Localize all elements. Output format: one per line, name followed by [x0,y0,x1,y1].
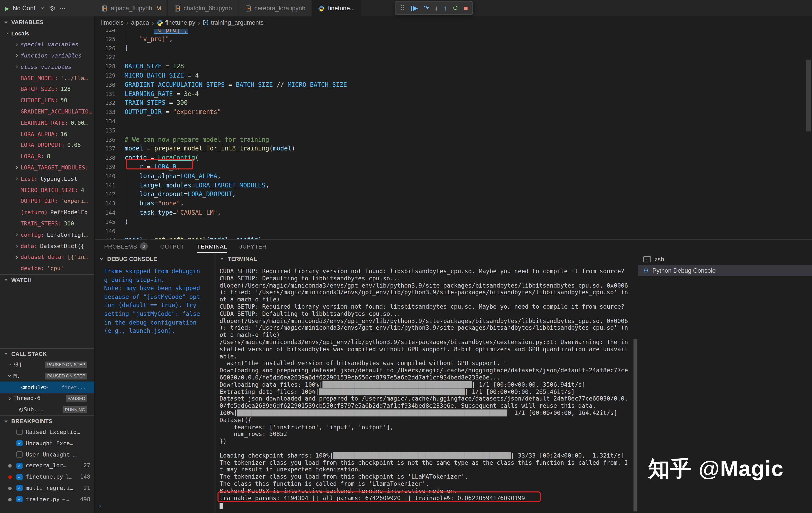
variable-row-learning-rate[interactable]: LEARNING_RATE:0.00… [0,117,94,129]
variable-row-lora-alpha[interactable]: LORA_ALPHA:16 [0,128,94,140]
debug-console-prompt[interactable]: › [99,502,102,510]
variable-row-batch-size[interactable]: BATCH_SIZE:128 [0,84,94,95]
variables-scope-locals[interactable]: › Locals [0,28,94,39]
breadcrumb-item-training-arguments[interactable]: training_arguments [203,19,263,26]
tab-chatglm-6b-ipynb[interactable]: chatglm_6b.ipynb [168,0,238,17]
panel-tab-problems[interactable]: PROBLEMS2 [104,240,148,253]
step-out-button[interactable]: ↑ [444,5,447,11]
callstack-frame-[interactable]: ›⚙[PAUSED ON STEP [0,359,94,371]
panel-tab-output[interactable]: OUTPUT [160,240,185,253]
panel-tab-terminal[interactable]: TERMINAL [197,240,227,253]
stop-button[interactable]: ■ [464,5,468,11]
editor-scrollbar[interactable] [806,59,811,132]
variable-row-base-model[interactable]: BASE_MODEL:'../lla… [0,73,94,84]
breadcrumb-item-finetune-py[interactable]: finetune.py [156,19,195,26]
variable-row-gradient-accumulatio[interactable]: GRADIENT_ACCUMULATIO… [0,106,94,117]
code-editor[interactable]: 124 "q_proj",125 "v_proj",126]127128BATC… [95,29,812,239]
editor-line-129[interactable]: 129MICRO_BATCH_SIZE = 4 [95,71,812,81]
breakpoint-checkbox[interactable]: ✓ [17,440,23,446]
variable-row-special-variables[interactable]: ›special variables [0,39,94,50]
editor-line-143[interactable]: 143 bias="none", [95,199,812,209]
variable-row-lora-target-modules[interactable]: ›LORA_TARGET_MODULES: [0,162,94,173]
step-over-button[interactable]: ↷ [424,5,429,11]
breakpoint-row-raised-exceptio[interactable]: Raised Exceptio… [0,427,94,438]
editor-line-140[interactable]: 140 lora_alpha=LORA_ALPHA, [95,172,812,181]
terminal-output[interactable]: CUDA SETUP: Required library version not… [215,265,632,513]
variable-row-data[interactable]: ›data:DatasetDict({ [0,240,94,252]
editor-line-127[interactable]: 127 [95,53,812,62]
variable-row-return[interactable]: (return)PeftModelFo [0,207,94,218]
callstack-frame-thread-6[interactable]: ›Thread-6PAUSED [0,393,94,404]
editor-line-136[interactable]: 136# We can now prepare model for traini… [95,135,812,144]
variable-row-micro-batch-size[interactable]: MICRO_BATCH_SIZE:4 [0,184,94,196]
breakpoint-row-multi-regre-i[interactable]: ●✓multi_regre.i…21 [0,482,94,494]
terminal-scrollbar[interactable] [632,253,638,513]
breakpoint-row-user-uncaught[interactable]: User Uncaught … [0,449,94,460]
variable-row-class-variables[interactable]: ›class variables [0,61,94,73]
editor-line-125[interactable]: 125 "v_proj", [95,35,812,44]
editor-line-138[interactable]: 138config = LoraConfig( [95,154,812,163]
watch-section-header[interactable]: › WATCH [0,274,94,285]
tab-cerebra-lora-ipynb[interactable]: cerebra_lora.ipynb [238,0,312,17]
variable-row-config[interactable]: ›config:LoraConfig(… [0,229,94,241]
restart-button[interactable]: ↺ [453,5,458,11]
editor-line-126[interactable]: 126] [95,44,812,53]
breakpoint-row-uncaught-exce[interactable]: ✓Uncaught Exce… [0,438,94,449]
variable-row-lora-dropout[interactable]: LORA_DROPOUT:0.05 [0,140,94,151]
editor-line-147[interactable]: 147model = get_peft_model(model, config) [95,236,812,239]
callstack-frame-module[interactable]: <module>finet... [0,381,94,393]
editor-line-133[interactable]: 133OUTPUT_DIR = "experiments" [95,108,812,117]
breadcrumb-item-llmodels[interactable]: llmodels [101,19,124,26]
callstack-frame-sub[interactable]: ↻Sub...RUNNING [0,404,94,415]
breakpoint-row-trainer-py[interactable]: ●✓trainer.py~…498 [0,494,94,505]
terminal-list-item-python-debug-console[interactable]: ⚙Python Debug Console [638,265,812,276]
variable-row-dataset-data[interactable]: ›dataset_data:[{'in… [0,252,94,263]
breakpoint-row-cerebra-lor[interactable]: ●✓cerebra_lor…27 [0,460,94,471]
variable-row-lora-r[interactable]: LORA_R:8 [0,151,94,162]
editor-line-132[interactable]: 132TRAIN_STEPS = 300 [95,99,812,108]
variable-row-train-steps[interactable]: TRAIN_STEPS:300 [0,218,94,229]
editor-line-131[interactable]: 131LEARNING_RATE = 3e-4 [95,90,812,99]
editor-line-137[interactable]: 137model = prepare_model_for_int8_traini… [95,144,812,154]
variable-row-list[interactable]: ›List:typing.List [0,173,94,185]
gear-icon[interactable]: ⚙ [50,4,55,12]
variable-row-function-variables[interactable]: ›function variables [0,50,94,61]
breakpoint-checkbox[interactable]: ✓ [17,485,23,491]
editor-line-144[interactable]: 144 task_type="CAUSAL_LM", [95,209,812,218]
breakpoint-checkbox[interactable] [17,451,23,458]
debug-console-header[interactable]: › DEBUG CONSOLE [95,253,215,265]
terminal-scrollbar-thumb[interactable] [634,339,637,511]
breakpoint-checkbox[interactable]: ✓ [17,496,23,502]
panel-tab-jupyter[interactable]: JUPYTER [239,240,267,253]
variable-row-device[interactable]: device:'cpu' [0,263,94,274]
editor-line-124[interactable]: 124 "q_proj", [95,29,812,35]
breakpoints-section-header[interactable]: › BREAKPOINTS [0,415,94,427]
editor-line-135[interactable]: 135 [95,126,812,136]
launch-config-label[interactable]: No Conf [12,5,35,12]
play-icon[interactable]: ▶ [5,5,9,11]
editor-line-139[interactable]: 139 r = LORA_R, [95,163,812,172]
editor-line-130[interactable]: 130GRADIENT_ACCUMULATION_STEPS = BATCH_S… [95,81,812,90]
breakpoint-checkbox[interactable]: ✓ [17,463,23,469]
variable-row-output-dir[interactable]: OUTPUT_DIR:'experi… [0,196,94,207]
breakpoint-row-finetune-py[interactable]: ●✓finetune.pyl…148 [0,471,94,482]
terminal-header[interactable]: › TERMINAL [215,253,632,265]
terminal-list-item-zsh[interactable]: ›_zsh [638,254,812,265]
tab-alpaca-ft-ipynb[interactable]: alpaca_ft.ipynbM [95,0,168,17]
editor-line-134[interactable]: 134 [95,117,812,126]
breadcrumb-item-alpaca[interactable]: alpaca [131,19,149,26]
editor-line-142[interactable]: 142 lora_dropout=LORA_DROPOUT, [95,190,812,199]
callstack-frame-m[interactable]: ›M.PAUSED ON STEP [0,371,94,382]
editor-line-141[interactable]: 141 target_modules=LORA_TARGET_MODULES, [95,181,812,190]
drag-handle-button[interactable]: ⠿ [400,5,405,11]
variables-section-header[interactable]: › VARIABLES [0,17,94,28]
step-into-button[interactable]: ↓ [435,5,438,11]
variable-row-cutoff-len[interactable]: CUTOFF_LEN:50 [0,95,94,106]
breakpoint-checkbox[interactable]: ✓ [17,474,23,480]
more-actions-icon[interactable]: ⋯ [59,4,66,12]
tab-finetune[interactable]: finetune... [312,0,361,17]
editor-line-145[interactable]: 145) [95,217,812,227]
callstack-section-header[interactable]: › CALL STACK [0,348,94,359]
debug-console-output[interactable]: Frame skipped from debugging during step… [95,265,215,335]
continue-button[interactable]: ▶ [411,5,418,11]
